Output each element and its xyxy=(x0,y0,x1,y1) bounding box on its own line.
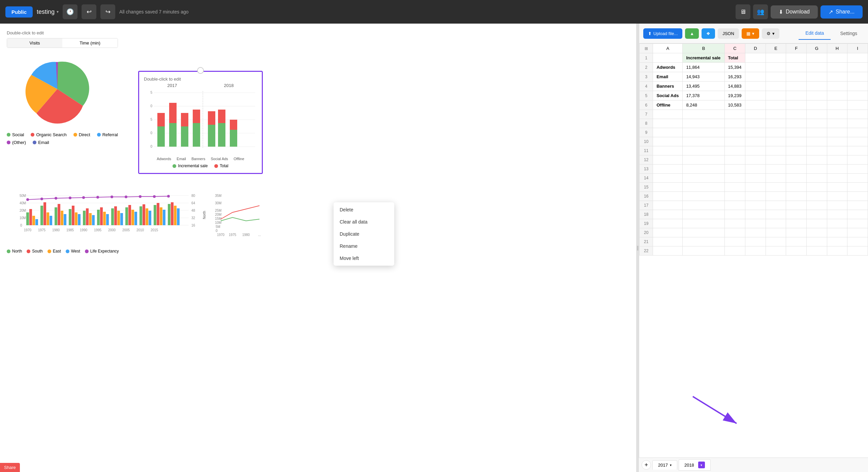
cell-5b[interactable]: 17,378 xyxy=(683,91,724,100)
ctx-rename[interactable]: Rename xyxy=(334,240,394,252)
col-i-header[interactable]: I xyxy=(847,44,868,53)
cell-5d[interactable] xyxy=(745,91,766,100)
cell-3h[interactable] xyxy=(827,72,847,82)
col-a-header[interactable]: A xyxy=(653,44,683,53)
ctx-duplicate[interactable]: Duplicate xyxy=(334,228,394,240)
share-left-btn[interactable]: Share xyxy=(0,463,20,472)
bar-chart-label[interactable]: Double-click to edit xyxy=(144,77,257,82)
redo-button[interactable]: ↪ xyxy=(100,4,115,19)
col-g-header[interactable]: G xyxy=(807,44,827,53)
settings-tab[interactable]: Settings xyxy=(833,27,864,39)
cell-1a[interactable] xyxy=(653,53,683,63)
monitor-button[interactable]: 🖥 xyxy=(736,4,750,19)
drag-handle[interactable] xyxy=(197,67,204,74)
cell-2f[interactable] xyxy=(786,63,807,72)
cell-1c[interactable]: Total xyxy=(724,53,745,63)
datawrapper-button[interactable]: ▦ ▾ xyxy=(742,28,759,39)
cell-2i[interactable] xyxy=(847,63,868,72)
cell-6c[interactable]: 10,583 xyxy=(724,100,745,110)
history-button[interactable]: 🕐 xyxy=(63,4,78,19)
top-right-icons: 🖥 👥 ⬇ Download ↗ Share... xyxy=(736,4,863,19)
undo-button[interactable]: ↩ xyxy=(82,4,96,19)
col-e-header[interactable]: E xyxy=(766,44,786,53)
google-sheets-button[interactable]: ▲ xyxy=(685,28,699,39)
cell-3f[interactable] xyxy=(786,72,807,82)
ctx-move-left[interactable]: Move left xyxy=(334,252,394,264)
cell-3a[interactable]: Email xyxy=(653,72,683,82)
cell-5c[interactable]: 19,239 xyxy=(724,91,745,100)
add-sheet-button[interactable]: + xyxy=(642,460,651,470)
cell-2a[interactable]: Adwords xyxy=(653,63,683,72)
svg-rect-76 xyxy=(154,205,156,225)
cell-1i[interactable] xyxy=(847,53,868,63)
cell-3c[interactable]: 16,293 xyxy=(724,72,745,82)
col-d-header[interactable]: D xyxy=(745,44,766,53)
tab-visits[interactable]: Visits xyxy=(7,38,62,48)
cell-6d[interactable] xyxy=(745,100,766,110)
share-bottom-button[interactable]: Share xyxy=(0,463,20,472)
cell-4d[interactable] xyxy=(745,82,766,91)
cell-3b[interactable]: 14,943 xyxy=(683,72,724,82)
cell-6a[interactable]: Offline xyxy=(653,100,683,110)
col-b-header[interactable]: B xyxy=(683,44,724,53)
cell-5h[interactable] xyxy=(827,91,847,100)
cell-6i[interactable] xyxy=(847,100,868,110)
cell-6f[interactable] xyxy=(786,100,807,110)
cell-2g[interactable] xyxy=(807,63,827,72)
col-f-header[interactable]: F xyxy=(786,44,807,53)
col-h-header[interactable]: H xyxy=(827,44,847,53)
pie-chart-label[interactable]: Double-click to edit xyxy=(7,30,135,35)
download-button[interactable]: ⬇ Download xyxy=(771,5,818,19)
sheet-2018-chevron-button[interactable]: ▾ xyxy=(698,462,705,468)
cell-6e[interactable] xyxy=(766,100,786,110)
cell-3g[interactable] xyxy=(807,72,827,82)
cell-4i[interactable] xyxy=(847,82,868,91)
cell-2d[interactable] xyxy=(745,63,766,72)
panel-divider[interactable] xyxy=(636,24,639,472)
cell-6b[interactable]: 8,248 xyxy=(683,100,724,110)
sheet-tab-2017[interactable]: 2017 ▾ xyxy=(652,460,677,470)
cell-6h[interactable] xyxy=(827,100,847,110)
tab-time[interactable]: Time (min) xyxy=(62,38,118,48)
cell-4g[interactable] xyxy=(807,82,827,91)
cell-4e[interactable] xyxy=(766,82,786,91)
cell-4a[interactable]: Banners xyxy=(653,82,683,91)
json-button[interactable]: JSON xyxy=(718,28,739,39)
cell-1e[interactable] xyxy=(766,53,786,63)
cell-3d[interactable] xyxy=(745,72,766,82)
col-c-header[interactable]: C xyxy=(724,44,745,53)
upload-file-button[interactable]: ⬆ Upload file... xyxy=(643,28,682,39)
svg-rect-69 xyxy=(128,205,131,225)
public-button[interactable]: Public xyxy=(5,6,33,18)
cell-2b[interactable]: 11,864 xyxy=(683,63,724,72)
cell-4c[interactable]: 14,883 xyxy=(724,82,745,91)
cell-1h[interactable] xyxy=(827,53,847,63)
cell-3i[interactable] xyxy=(847,72,868,82)
cell-4b[interactable]: 13,495 xyxy=(683,82,724,91)
cell-1g[interactable] xyxy=(807,53,827,63)
cell-5a[interactable]: Social Ads xyxy=(653,91,683,100)
dropbox-button[interactable]: ❖ xyxy=(702,28,715,39)
cell-1b[interactable]: Incremental sale xyxy=(683,53,724,63)
cell-4f[interactable] xyxy=(786,82,807,91)
cell-2c[interactable]: 15,394 xyxy=(724,63,745,72)
cell-6g[interactable] xyxy=(807,100,827,110)
title-chevron-icon[interactable]: ▾ xyxy=(57,9,59,14)
ctx-delete[interactable]: Delete xyxy=(334,204,394,216)
cell-1f[interactable] xyxy=(786,53,807,63)
cell-3e[interactable] xyxy=(766,72,786,82)
cell-1d[interactable] xyxy=(745,53,766,63)
cell-5f[interactable] xyxy=(786,91,807,100)
edit-data-tab[interactable]: Edit data xyxy=(799,27,831,40)
cell-5i[interactable] xyxy=(847,91,868,100)
sheet-tab-2018[interactable]: 2018 ▾ xyxy=(679,459,711,471)
cell-2h[interactable] xyxy=(827,63,847,72)
settings-gear-button[interactable]: ⚙ ▾ xyxy=(762,28,779,39)
ctx-clear-all[interactable]: Clear all data xyxy=(334,216,394,228)
share-users-button[interactable]: 👥 xyxy=(753,4,768,19)
share-button[interactable]: ↗ Share... xyxy=(820,5,863,19)
cell-5e[interactable] xyxy=(766,91,786,100)
cell-2e[interactable] xyxy=(766,63,786,72)
cell-4h[interactable] xyxy=(827,82,847,91)
cell-5g[interactable] xyxy=(807,91,827,100)
